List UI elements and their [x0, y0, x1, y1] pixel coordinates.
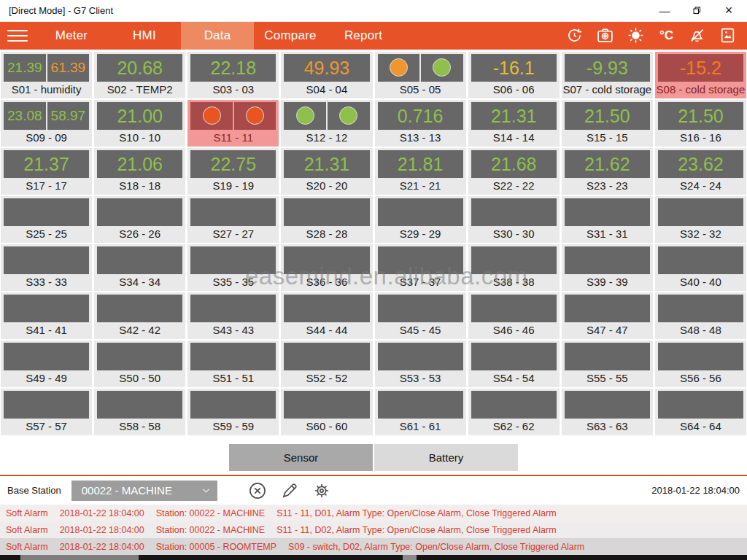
close-button[interactable]: ×: [722, 4, 735, 17]
sensor-tile-S07[interactable]: -9.93S07 - cold storage: [562, 52, 653, 98]
sensor-tile-S19[interactable]: 22.75S19 - 19: [187, 148, 279, 195]
sensor-tile-S61[interactable]: S61 - 61: [375, 389, 466, 435]
image-bin-icon[interactable]: [719, 26, 737, 44]
tab-hmi[interactable]: HMI: [108, 22, 181, 50]
alarm-row[interactable]: Soft Alarm2018-01-22 18:04:00Station: 00…: [0, 505, 747, 521]
sync-icon[interactable]: [565, 26, 584, 44]
sensor-tile-S29[interactable]: S29 - 29: [375, 196, 466, 243]
base-station-dropdown[interactable]: 00022 - MACHINE: [71, 481, 217, 501]
sensor-tile-S02[interactable]: 20.68S02 - TEMP2: [94, 52, 185, 98]
sensor-value-box: [471, 391, 557, 419]
sensor-tile-S41[interactable]: S41 - 41: [1, 292, 92, 339]
sensor-tile-S04[interactable]: 49.93S04 - 04: [281, 52, 372, 98]
sensor-tile-S54[interactable]: S54 - 54: [468, 341, 560, 387]
sensor-tile-S28[interactable]: S28 - 28: [281, 196, 372, 243]
sensor-tile-S03[interactable]: 22.18S03 - 03: [187, 52, 279, 98]
sensor-tile-S06[interactable]: -16.1S06 - 06: [468, 52, 560, 98]
sensor-tile-S46[interactable]: S46 - 46: [468, 292, 560, 339]
brightness-icon[interactable]: [627, 26, 645, 44]
sensor-label: S30 - 30: [468, 226, 560, 241]
tab-compare[interactable]: Compare: [254, 22, 327, 50]
sensor-tile-S32[interactable]: S32 - 32: [655, 196, 746, 243]
mute-alarm-icon[interactable]: [688, 26, 706, 44]
sensor-tile-S53[interactable]: S53 - 53: [375, 341, 466, 387]
sensor-tile-S25[interactable]: S25 - 25: [1, 196, 92, 243]
sensor-tile-S11[interactable]: S11 - 11: [187, 100, 279, 147]
alarm-row[interactable]: Soft Alarm2018-01-22 18:04:00Station: 00…: [0, 538, 747, 555]
sensor-tile-S33[interactable]: S33 - 33: [1, 244, 92, 291]
footer-tab-battery[interactable]: Battery: [374, 444, 518, 471]
sensor-tile-S24[interactable]: 23.62S24 - 24: [655, 148, 746, 195]
tab-data[interactable]: Data: [181, 22, 254, 50]
sensor-tile-S48[interactable]: S48 - 48: [655, 292, 746, 339]
sensor-tile-S13[interactable]: 0.716S13 - 13: [375, 100, 466, 147]
sensor-tile-S01[interactable]: 21.3961.39S01 - humidity: [1, 52, 92, 98]
sensor-tile-S21[interactable]: 21.81S21 - 21: [375, 148, 466, 195]
sensor-tile-S16[interactable]: 21.50S16 - 16: [655, 100, 746, 147]
edit-icon[interactable]: [280, 481, 299, 500]
sensor-tile-S47[interactable]: S47 - 47: [562, 292, 653, 339]
sensor-tile-S14[interactable]: 21.31S14 - 14: [468, 100, 560, 147]
sensor-tile-S23[interactable]: 21.62S23 - 23: [562, 148, 653, 195]
sensor-tile-S57[interactable]: S57 - 57: [1, 389, 92, 435]
sensor-tile-S52[interactable]: S52 - 52: [281, 341, 372, 387]
sensor-tile-S27[interactable]: S27 - 27: [187, 196, 279, 243]
sensor-tile-S49[interactable]: S49 - 49: [1, 341, 92, 387]
sensor-tile-S05[interactable]: S05 - 05: [375, 52, 466, 98]
sensor-tile-S18[interactable]: 21.06S18 - 18: [94, 148, 185, 195]
sensor-tile-S26[interactable]: S26 - 26: [94, 196, 185, 243]
sensor-tile-S36[interactable]: S36 - 36: [281, 244, 372, 291]
sensor-tile-S38[interactable]: S38 - 38: [468, 244, 560, 291]
sensor-tile-S43[interactable]: S43 - 43: [187, 292, 279, 339]
sensor-tile-S22[interactable]: 21.68S22 - 22: [468, 148, 560, 195]
sensor-tile-S08[interactable]: -15.2S08 - cold storage: [655, 52, 746, 98]
sensor-tile-S58[interactable]: S58 - 58: [94, 389, 185, 435]
sensor-tile-S34[interactable]: S34 - 34: [94, 244, 185, 291]
sensor-tile-S15[interactable]: 21.50S15 - 15: [562, 100, 653, 147]
nav-bar: MeterHMIDataCompareReport °C: [0, 22, 747, 50]
sensor-value-box: [471, 198, 557, 226]
sensor-value-box: [378, 295, 463, 322]
sensor-tile-S44[interactable]: S44 - 44: [281, 292, 372, 339]
title-bar: [Direct Mode] - G7 Client — ×: [0, 0, 747, 22]
sensor-value: 23.08: [7, 102, 42, 130]
sensor-tile-S30[interactable]: S30 - 30: [468, 196, 560, 243]
sensor-value: 21.81: [398, 150, 444, 178]
sensor-tile-S10[interactable]: 21.00S10 - 10: [94, 100, 185, 147]
sensor-tile-S35[interactable]: S35 - 35: [187, 244, 279, 291]
sensor-tile-S64[interactable]: S64 - 64: [655, 389, 746, 435]
sensor-tile-S62[interactable]: S62 - 62: [468, 389, 560, 435]
tab-meter[interactable]: Meter: [35, 22, 108, 50]
settings-icon[interactable]: [312, 481, 331, 500]
sensor-tile-S39[interactable]: S39 - 39: [562, 244, 653, 291]
camera-icon[interactable]: [596, 26, 614, 44]
restore-button[interactable]: [690, 4, 703, 17]
minimize-button[interactable]: —: [658, 4, 671, 17]
alarm-station: Station: 00005 - ROOMTEMP: [156, 542, 276, 552]
celsius-icon[interactable]: °C: [657, 26, 676, 44]
alarm-detail: S11 - 11, D01, Alarm Type: Open/Close Al…: [276, 508, 557, 518]
sensor-tile-S45[interactable]: S45 - 45: [375, 292, 466, 339]
sensor-tile-S09[interactable]: 23.0858.97S09 - 09: [1, 100, 92, 147]
sensor-tile-S40[interactable]: S40 - 40: [655, 244, 746, 291]
sensor-tile-S20[interactable]: 21.31S20 - 20: [281, 148, 372, 195]
hamburger-menu-icon[interactable]: [0, 22, 35, 50]
sensor-tile-S51[interactable]: S51 - 51: [187, 341, 279, 387]
sensor-tile-S55[interactable]: S55 - 55: [562, 341, 653, 387]
tab-report[interactable]: Report: [327, 22, 400, 50]
sensor-tile-S17[interactable]: 21.37S17 - 17: [1, 148, 92, 195]
sensor-tile-S37[interactable]: S37 - 37: [375, 244, 466, 291]
sensor-tile-S50[interactable]: S50 - 50: [94, 341, 185, 387]
sensor-tile-S63[interactable]: S63 - 63: [562, 389, 653, 435]
sensor-tile-S59[interactable]: S59 - 59: [187, 389, 279, 435]
footer-tab-sensor[interactable]: Sensor: [229, 444, 373, 471]
sensor-tile-S56[interactable]: S56 - 56: [655, 341, 746, 387]
sensor-tile-S31[interactable]: S31 - 31: [562, 196, 653, 243]
sensor-tile-S60[interactable]: S60 - 60: [281, 389, 372, 435]
alarm-time: 2018-01-22 18:04:00: [60, 542, 144, 552]
sensor-tile-S12[interactable]: S12 - 12: [281, 100, 372, 147]
cancel-icon[interactable]: [248, 481, 267, 500]
sensor-tile-S42[interactable]: S42 - 42: [94, 292, 185, 339]
sensor-label: S59 - 59: [187, 419, 279, 434]
alarm-row[interactable]: Soft Alarm2018-01-22 18:04:00Station: 00…: [0, 521, 747, 538]
